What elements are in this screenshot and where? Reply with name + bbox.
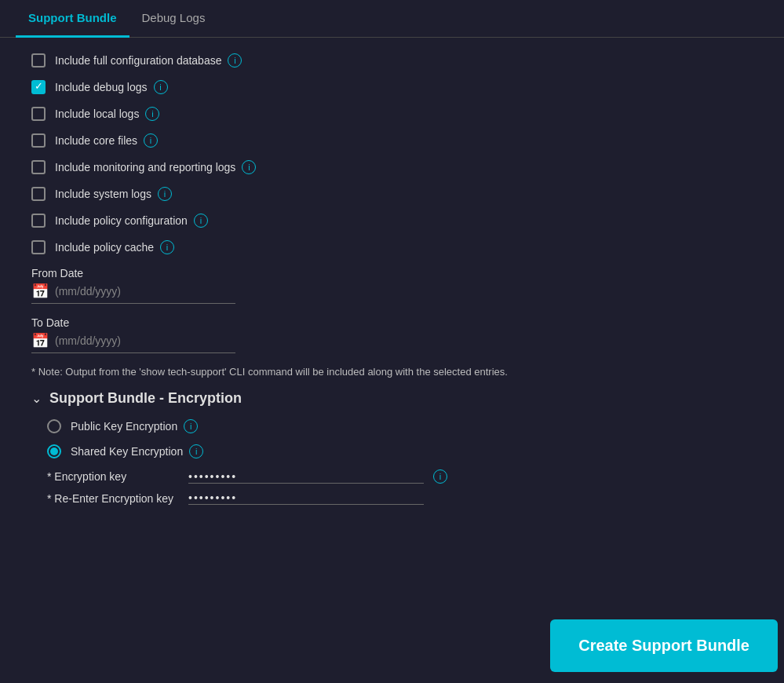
checkbox-policy-config[interactable] [31,214,46,228]
encryption-key-input[interactable] [188,470,424,483]
re-enter-key-input[interactable] [188,491,424,504]
main-content: Include full configuration database i In… [0,38,784,530]
checkbox-full-config[interactable] [31,53,46,68]
checkbox-system-logs[interactable] [31,187,46,201]
from-date-input[interactable] [55,285,235,298]
radio-label-public-key: Public Key Encryption [71,420,177,433]
to-date-section: To Date 📅 [31,316,753,353]
to-date-input[interactable] [55,334,235,347]
checkbox-debug-logs[interactable] [31,80,46,94]
info-icon-public-key[interactable]: i [184,419,198,433]
from-date-input-row: 📅 [31,283,235,304]
info-icon-policy-cache[interactable]: i [160,240,174,254]
info-icon-full-config[interactable]: i [228,53,242,68]
main-container: Support Bundle Debug Logs Include full c… [0,0,784,683]
radio-row-shared-key: Shared Key Encryption i [31,444,753,458]
radio-shared-key[interactable] [47,444,61,458]
from-date-label: From Date [31,267,753,279]
radio-public-key[interactable] [47,419,61,433]
checkbox-label-full-config: Include full configuration database [55,54,221,67]
checkbox-row-policy-cache: Include policy cache i [31,240,753,254]
checkbox-label-core-files: Include core files [55,134,137,147]
radio-label-shared-key: Shared Key Encryption [71,445,183,458]
checkbox-row-core-files: Include core files i [31,133,753,148]
create-button-wrap: Create Support Bundle [550,619,778,672]
info-icon-core-files[interactable]: i [144,133,158,148]
checkbox-row-system-logs: Include system logs i [31,187,753,201]
tab-debug-logs[interactable]: Debug Logs [129,0,218,38]
checkbox-label-policy-cache: Include policy cache [55,241,154,254]
to-date-input-row: 📅 [31,332,235,353]
info-icon-policy-config[interactable]: i [194,214,208,228]
checkboxes-section: Include full configuration database i In… [31,53,753,254]
checkbox-row-full-config: Include full configuration database i [31,53,753,68]
checkbox-label-monitoring-logs: Include monitoring and reporting logs [55,161,235,173]
to-date-label: To Date [31,316,753,329]
to-date-calendar-icon[interactable]: 📅 [31,332,49,349]
checkbox-monitoring-logs[interactable] [31,160,46,174]
info-icon-local-logs[interactable]: i [145,107,159,121]
encryption-key-label: * Encryption key [47,470,188,483]
checkbox-row-debug-logs: Include debug logs i [31,80,753,94]
chevron-down-icon[interactable]: ⌄ [31,391,42,406]
info-icon-shared-key[interactable]: i [189,444,203,458]
re-enter-key-input-wrap [188,491,424,505]
encryption-section: ⌄ Support Bundle - Encryption Public Key… [31,390,753,505]
encryption-key-row: * Encryption key i [47,469,753,484]
encryption-key-section: * Encryption key i * Re-Enter Encryption… [31,469,753,505]
re-enter-key-row: * Re-Enter Encryption key [47,491,753,505]
re-enter-key-label: * Re-Enter Encryption key [47,492,188,505]
checkbox-row-local-logs: Include local logs i [31,107,753,121]
create-support-bundle-button[interactable]: Create Support Bundle [550,619,778,672]
tab-support-bundle[interactable]: Support Bundle [16,0,129,38]
radio-row-public-key: Public Key Encryption i [31,419,753,433]
checkbox-label-policy-config: Include policy configuration [55,214,188,227]
checkbox-local-logs[interactable] [31,107,46,121]
checkbox-row-policy-config: Include policy configuration i [31,214,753,228]
info-icon-system-logs[interactable]: i [158,187,172,201]
encryption-header: ⌄ Support Bundle - Encryption [31,390,753,407]
encryption-title: Support Bundle - Encryption [49,390,242,407]
from-date-section: From Date 📅 [31,267,753,304]
checkbox-label-local-logs: Include local logs [55,108,139,120]
info-icon-monitoring-logs[interactable]: i [242,160,256,174]
encryption-key-input-wrap [188,470,424,484]
checkbox-label-debug-logs: Include debug logs [55,81,148,93]
note-text: * Note: Output from the 'show tech-suppo… [31,366,753,378]
info-icon-debug-logs[interactable]: i [154,80,168,94]
checkbox-label-system-logs: Include system logs [55,188,151,200]
checkbox-policy-cache[interactable] [31,240,46,254]
info-icon-encryption-key[interactable]: i [433,469,447,484]
checkbox-core-files[interactable] [31,133,46,148]
checkbox-row-monitoring-logs: Include monitoring and reporting logs i [31,160,753,174]
from-date-calendar-icon[interactable]: 📅 [31,283,49,300]
tab-bar: Support Bundle Debug Logs [0,0,784,38]
